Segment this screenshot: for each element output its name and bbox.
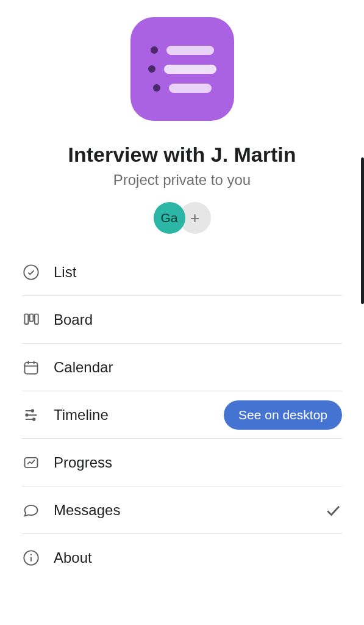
member-avatar[interactable]: Ga bbox=[154, 202, 185, 234]
svg-point-0 bbox=[24, 265, 38, 279]
menu-item-board[interactable]: Board bbox=[22, 296, 342, 344]
menu-item-timeline[interactable]: Timeline See on desktop bbox=[22, 391, 342, 439]
project-title: Interview with J. Martin bbox=[68, 143, 296, 167]
svg-point-10 bbox=[30, 554, 32, 555]
board-icon bbox=[22, 311, 40, 329]
menu-item-label: Calendar bbox=[54, 359, 342, 376]
menu-item-label: Progress bbox=[54, 454, 342, 471]
project-members: Ga + bbox=[154, 202, 211, 234]
scroll-indicator bbox=[361, 157, 364, 304]
menu-item-calendar[interactable]: Calendar bbox=[22, 344, 342, 391]
menu-item-label: Timeline bbox=[54, 406, 210, 424]
menu-item-label: Board bbox=[54, 311, 342, 328]
check-circle-icon bbox=[22, 263, 40, 281]
svg-rect-4 bbox=[25, 362, 38, 374]
checkmark-icon bbox=[324, 501, 342, 519]
project-header: Interview with J. Martin Project private… bbox=[0, 0, 364, 248]
menu-item-progress[interactable]: Progress bbox=[22, 439, 342, 486]
menu-item-messages[interactable]: Messages bbox=[22, 486, 342, 534]
view-list: List Board Calendar bbox=[0, 248, 364, 625]
svg-point-7 bbox=[33, 418, 35, 421]
messages-icon bbox=[22, 501, 40, 519]
menu-item-label: About bbox=[54, 549, 342, 566]
svg-rect-3 bbox=[35, 314, 38, 323]
timeline-icon bbox=[22, 406, 40, 424]
menu-item-label: List bbox=[54, 264, 342, 281]
progress-icon bbox=[22, 453, 40, 472]
menu-item-about[interactable]: About bbox=[22, 534, 342, 582]
calendar-icon bbox=[22, 358, 40, 377]
svg-rect-2 bbox=[30, 314, 34, 321]
project-subtitle: Project private to you bbox=[113, 172, 251, 189]
menu-item-list[interactable]: List bbox=[22, 248, 342, 296]
info-icon bbox=[22, 549, 40, 567]
project-list-icon bbox=[130, 17, 234, 121]
see-on-desktop-badge[interactable]: See on desktop bbox=[224, 400, 342, 430]
menu-item-label: Messages bbox=[54, 502, 310, 519]
svg-rect-1 bbox=[25, 314, 29, 323]
svg-point-5 bbox=[32, 410, 34, 412]
svg-point-6 bbox=[26, 414, 28, 416]
